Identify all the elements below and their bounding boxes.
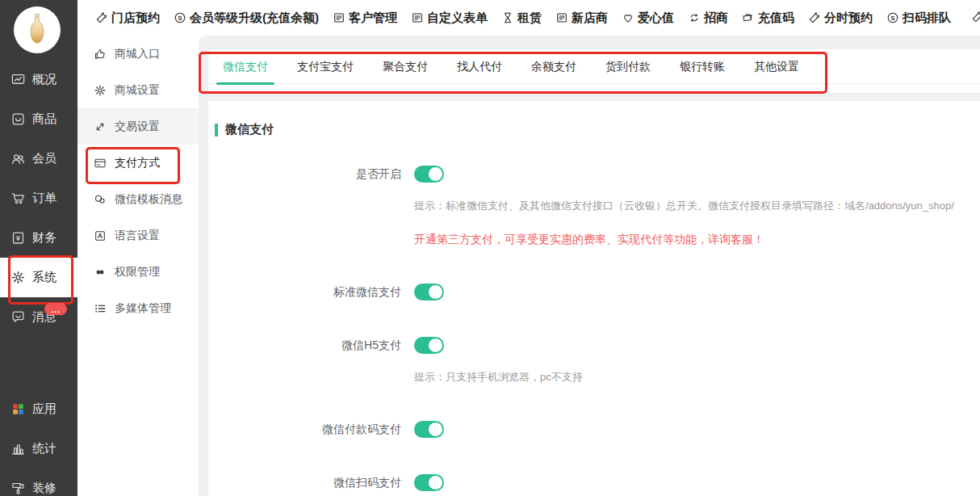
tab-5[interactable]: 货到付款 — [591, 49, 665, 83]
monitor-chart-icon — [10, 72, 26, 87]
svg-text:¥: ¥ — [16, 234, 20, 242]
sidebar-item-label: 会员 — [32, 151, 57, 166]
bar-chart-icon — [10, 441, 26, 456]
sidebar-item-main-3[interactable]: 订单 — [0, 179, 77, 218]
topnav-item-8[interactable]: 充值码 — [742, 11, 794, 26]
topnav-item-1[interactable]: S会员等级升级(充值余额) — [174, 11, 319, 26]
submenu-item-1[interactable]: 商城设置 — [77, 72, 199, 108]
section-title-text: 微信支付 — [225, 122, 274, 137]
form-row-label: 微信付款码支付 — [215, 422, 401, 437]
toggle-switch[interactable] — [414, 284, 444, 301]
shop-logo[interactable] — [14, 6, 61, 53]
submenu-item-label: 多媒体管理 — [115, 301, 171, 316]
message-badge[interactable]: ... — [44, 303, 67, 315]
sidebar-item-label: 系统 — [32, 270, 57, 285]
topnav-item-label: 招商 — [704, 11, 728, 26]
topnav-item-label: 自定义表单 — [427, 11, 488, 26]
submenu-item-7[interactable]: 多媒体管理 — [77, 290, 199, 326]
submenu-item-0[interactable]: 商城入口 — [77, 36, 199, 72]
recycle-icon — [688, 11, 701, 24]
s-circle-icon: S — [174, 11, 186, 24]
tab-4[interactable]: 余额支付 — [517, 49, 591, 83]
heart-icon — [622, 11, 634, 24]
tab-7[interactable]: 其他设置 — [739, 49, 814, 83]
sidebar-item-main-4[interactable]: ¥财务 — [0, 218, 77, 258]
topbar: 门店预约S会员等级升级(充值余额)客户管理自定义表单租赁新店商爱心值招商充值码分… — [77, 0, 980, 36]
hourglass-icon — [501, 11, 514, 24]
tab-1[interactable]: 支付宝支付 — [283, 49, 368, 83]
tab-2[interactable]: 聚合支付 — [368, 49, 442, 83]
submenu-item-label: 权限管理 — [115, 265, 160, 280]
toggle-switch[interactable] — [414, 337, 444, 354]
perfume-bottle-icon — [22, 11, 52, 48]
form-icon — [333, 11, 346, 24]
form-row-label: 是否开启 — [215, 167, 401, 182]
paint-roller-icon — [10, 481, 26, 496]
sidebar-item-main-2[interactable]: 会员 — [0, 139, 77, 179]
binoculars-icon — [94, 266, 107, 279]
tab-6[interactable]: 银行转账 — [665, 49, 739, 83]
submenu-item-label: 支付方式 — [115, 156, 160, 170]
section-title: 微信支付 — [215, 122, 980, 137]
toggle-knob — [429, 285, 442, 299]
topnav-item-7[interactable]: 招商 — [688, 11, 728, 26]
svg-text:S: S — [178, 15, 182, 22]
submenu-item-label: 交易设置 — [115, 120, 160, 134]
topnav-item-4[interactable]: 租赁 — [501, 11, 542, 26]
thumb-up-icon — [94, 48, 107, 61]
topnav-item-3[interactable]: 自定义表单 — [411, 11, 488, 26]
topnav-overflow-item[interactable] — [971, 11, 980, 24]
topnav-item-label: 爱心值 — [638, 11, 674, 26]
ticket-icon — [742, 11, 755, 24]
s-circle-icon: S — [886, 11, 899, 24]
language-book-icon — [94, 229, 107, 242]
credit-card-icon — [94, 157, 107, 170]
finance-icon: ¥ — [10, 230, 26, 246]
sidebar-item-main-0[interactable]: 概况 — [0, 60, 77, 99]
submenu-item-5[interactable]: 语言设置 — [77, 217, 199, 254]
topnav-item-2[interactable]: 客户管理 — [333, 11, 397, 26]
sidebar-item-label: 财务 — [32, 230, 57, 246]
sidebar-item-main-1[interactable]: 商品 — [0, 99, 77, 139]
sidebar-item-main-5[interactable]: 系统 — [0, 258, 77, 297]
submenu-item-3[interactable]: 支付方式 — [77, 145, 199, 181]
payment-tabs: 微信支付支付宝支付聚合支付找人代付余额支付货到付款银行转账其他设置 — [208, 49, 980, 84]
topnav-item-0[interactable]: 门店预约 — [95, 11, 160, 26]
toggle-knob — [429, 422, 442, 436]
submenu-item-2[interactable]: 交易设置 — [77, 108, 199, 145]
submenu-item-4[interactable]: 微信模板消息 — [77, 181, 199, 217]
toggle-switch[interactable] — [414, 474, 444, 491]
settings-form: 是否开启提示：标准微信支付、及其他微信支付接口（云收银）总开关。微信支付授权目录… — [215, 166, 980, 491]
topnav-item-label: 扫码排队 — [903, 11, 951, 26]
topnav-item-10[interactable]: S扫码排队 — [886, 11, 951, 26]
goods-box-icon — [10, 111, 26, 127]
sidebar-item-main-6[interactable]: 消息 — [0, 297, 77, 337]
chat-smile-icon — [10, 309, 26, 325]
apps-grid-icon — [10, 401, 26, 417]
gear-icon — [94, 84, 107, 97]
toggle-knob — [429, 338, 442, 352]
tab-3[interactable]: 找人代付 — [442, 49, 517, 83]
submenu-item-6[interactable]: 权限管理 — [77, 254, 199, 290]
payment-tabs-card: 微信支付支付宝支付聚合支付找人代付余额支付货到付款银行转账其他设置 — [208, 49, 980, 93]
sidebar-item-bottom-2[interactable]: 装修 — [0, 469, 77, 496]
settings-submenu: 商城入口商城设置交易设置支付方式微信模板消息语言设置权限管理多媒体管理 — [77, 36, 199, 496]
sidebar-item-label: 统计 — [32, 441, 57, 456]
form-hint: 提示：标准微信支付、及其他微信支付接口（云收银）总开关。微信支付授权目录填写路径… — [414, 199, 980, 213]
toggle-switch[interactable] — [414, 421, 444, 438]
toggle-switch[interactable] — [414, 166, 444, 183]
sidebar-item-bottom-1[interactable]: 统计 — [0, 429, 77, 469]
topnav-item-9[interactable]: 分时预约 — [808, 11, 873, 26]
sidebar-item-label: 装修 — [32, 481, 57, 496]
form-icon — [411, 11, 424, 24]
gavel-icon — [971, 11, 980, 23]
topnav-item-5[interactable]: 新店商 — [555, 11, 608, 26]
form-row-label: 微信H5支付 — [215, 338, 401, 353]
sidebar-item-label: 商品 — [32, 111, 57, 127]
tab-0[interactable]: 微信支付 — [208, 49, 283, 83]
toggle-knob — [429, 167, 442, 181]
sidebar-main-group: 概况商品会员订单¥财务系统消息 — [0, 60, 77, 337]
topnav-item-6[interactable]: 爱心值 — [622, 11, 674, 26]
topnav-item-label: 租赁 — [517, 11, 542, 26]
sidebar-item-bottom-0[interactable]: 应用 — [0, 389, 77, 429]
